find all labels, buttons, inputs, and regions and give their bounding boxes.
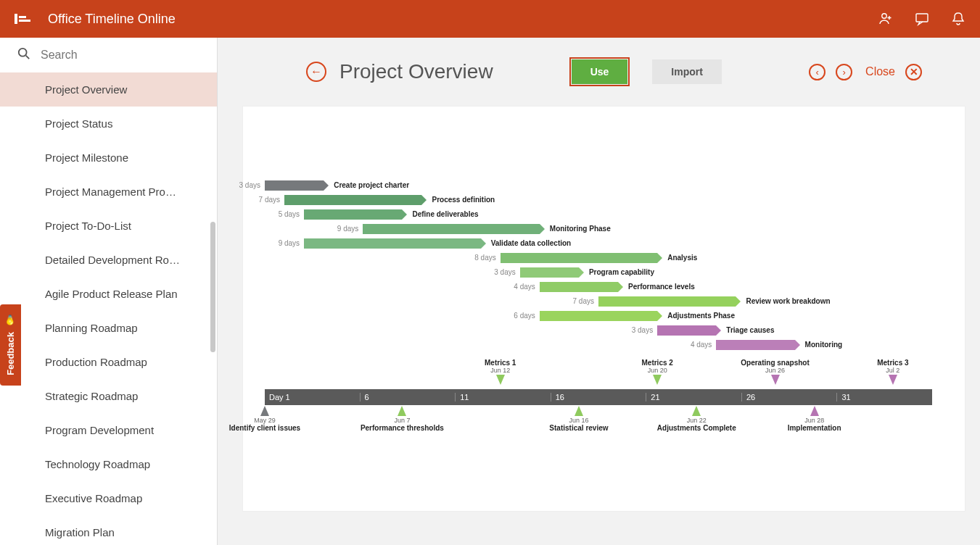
- task-label: Triage causes: [726, 326, 774, 334]
- milestone[interactable]: Metrics 3Jul 2: [849, 359, 936, 386]
- task-bar[interactable]: [284, 195, 421, 205]
- milestone[interactable]: Jun 28Implementation: [771, 405, 858, 432]
- task-duration: 8 days: [474, 254, 495, 262]
- task-label: Performance levels: [628, 283, 695, 291]
- next-button[interactable]: ›: [836, 64, 852, 80]
- import-button[interactable]: Import: [652, 59, 722, 84]
- sidebar-item[interactable]: Agile Product Release Plan: [0, 277, 217, 311]
- task-duration: 3 days: [239, 181, 260, 189]
- milestone[interactable]: Jun 16Statistical review: [535, 405, 622, 432]
- back-button[interactable]: ←: [306, 62, 326, 82]
- sidebar-item[interactable]: Project Status: [0, 107, 217, 141]
- task-duration: 7 days: [573, 297, 594, 305]
- lightbulb-icon: 💡: [5, 315, 16, 326]
- milestone[interactable]: Metrics 2Jun 20: [614, 359, 701, 386]
- milestone[interactable]: Metrics 1Jun 12: [457, 359, 544, 386]
- use-button[interactable]: Use: [572, 59, 628, 84]
- axis-tick: 21: [646, 393, 741, 402]
- time-axis: Day 161116212631: [265, 389, 932, 405]
- svg-rect-1: [19, 16, 26, 18]
- search-icon: [17, 47, 30, 63]
- app-header: Office Timeline Online: [0, 0, 980, 38]
- task-bar[interactable]: [265, 180, 324, 191]
- sidebar-item[interactable]: Project Management Pro…: [0, 175, 217, 209]
- task-duration: 4 days: [691, 341, 712, 349]
- sidebar-item[interactable]: Production Roadmap: [0, 345, 217, 379]
- task-label: Define deliverables: [412, 210, 478, 218]
- task-label: Validate data collection: [491, 239, 572, 247]
- search-row: [0, 38, 217, 72]
- task-duration: 7 days: [259, 196, 280, 204]
- task-label: Process definition: [432, 196, 495, 204]
- task-bar[interactable]: [304, 238, 481, 249]
- task-label: Monitoring Phase: [550, 225, 611, 233]
- task-duration: 6 days: [514, 312, 535, 320]
- axis-tick: 6: [360, 393, 456, 402]
- gantt-chart: 3 daysCreate project charter7 daysProces…: [265, 179, 947, 353]
- svg-point-3: [882, 14, 886, 18]
- user-add-icon[interactable]: [878, 12, 893, 26]
- task-label: Review work breakdown: [746, 297, 830, 305]
- svg-point-5: [19, 49, 27, 57]
- task-bar[interactable]: [716, 340, 794, 350]
- axis-tick: 11: [455, 393, 551, 402]
- task-duration: 9 days: [337, 225, 358, 233]
- sidebar-item[interactable]: Program Development: [0, 413, 217, 447]
- search-input[interactable]: [41, 49, 199, 62]
- sidebar-item[interactable]: Project Milestone: [0, 141, 217, 175]
- feedback-tab[interactable]: Feedback 💡: [0, 304, 21, 386]
- sidebar-item[interactable]: Technology Roadmap: [0, 447, 217, 481]
- sidebar: Project OverviewProject StatusProject Mi…: [0, 38, 218, 545]
- task-label: Program capability: [589, 268, 654, 276]
- app-logo-icon: [15, 12, 32, 26]
- task-duration: 9 days: [279, 239, 300, 247]
- sidebar-item[interactable]: Strategic Roadmap: [0, 379, 217, 413]
- task-label: Analysis: [667, 254, 697, 262]
- svg-rect-0: [15, 14, 17, 24]
- svg-rect-4: [916, 14, 928, 22]
- task-bar[interactable]: [657, 325, 716, 336]
- task-bar[interactable]: [304, 209, 402, 220]
- milestone[interactable]: Jun 7Performance thresholds: [358, 405, 445, 432]
- task-duration: 5 days: [279, 210, 300, 218]
- task-bar[interactable]: [501, 253, 657, 263]
- axis-tick: 16: [551, 393, 646, 402]
- task-bar[interactable]: [520, 267, 579, 278]
- close-button[interactable]: ✕: [905, 64, 922, 80]
- axis-tick: Day 1: [265, 393, 360, 402]
- sidebar-item[interactable]: Executive Roadmap: [0, 481, 217, 515]
- content-header: ← Project Overview Use Import ‹ › Close …: [306, 59, 965, 84]
- task-label: Create project charter: [334, 181, 409, 189]
- task-bar[interactable]: [598, 296, 736, 307]
- task-bar[interactable]: [540, 311, 657, 321]
- task-duration: 4 days: [514, 283, 535, 291]
- sidebar-list: Project OverviewProject StatusProject Mi…: [0, 72, 217, 545]
- task-bar[interactable]: [540, 282, 618, 292]
- arrow-left-icon: ←: [310, 65, 322, 78]
- task-duration: 3 days: [632, 326, 653, 334]
- sidebar-item[interactable]: Planning Roadmap: [0, 311, 217, 345]
- sidebar-item[interactable]: Detailed Development Ro…: [0, 243, 217, 277]
- task-bar[interactable]: [363, 224, 540, 234]
- milestone[interactable]: May 29Identify client issues: [221, 405, 308, 432]
- close-label: Close: [865, 65, 895, 78]
- task-duration: 3 days: [494, 268, 515, 276]
- page-title: Project Overview: [339, 60, 493, 83]
- timeline-canvas: 3 daysCreate project charter7 daysProces…: [242, 106, 965, 512]
- task-label: Adjustments Phase: [667, 312, 735, 320]
- axis-tick: 26: [741, 393, 837, 402]
- scrollbar-thumb[interactable]: [210, 222, 215, 352]
- milestone[interactable]: Jun 22Adjustments Complete: [653, 405, 740, 432]
- svg-rect-2: [19, 20, 30, 22]
- prev-button[interactable]: ‹: [809, 64, 825, 80]
- sidebar-item[interactable]: Project To-Do-List: [0, 209, 217, 243]
- app-title: Office Timeline Online: [48, 12, 176, 27]
- task-label: Monitoring: [805, 341, 843, 349]
- bell-icon[interactable]: [951, 12, 965, 26]
- sidebar-item[interactable]: Project Overview: [0, 72, 217, 107]
- sidebar-item[interactable]: Migration Plan: [0, 515, 217, 545]
- feedback-label: Feedback: [5, 332, 16, 375]
- axis-tick: 31: [836, 393, 932, 402]
- chat-icon[interactable]: [915, 12, 929, 26]
- milestone[interactable]: Operating snapshotJun 26: [732, 359, 819, 386]
